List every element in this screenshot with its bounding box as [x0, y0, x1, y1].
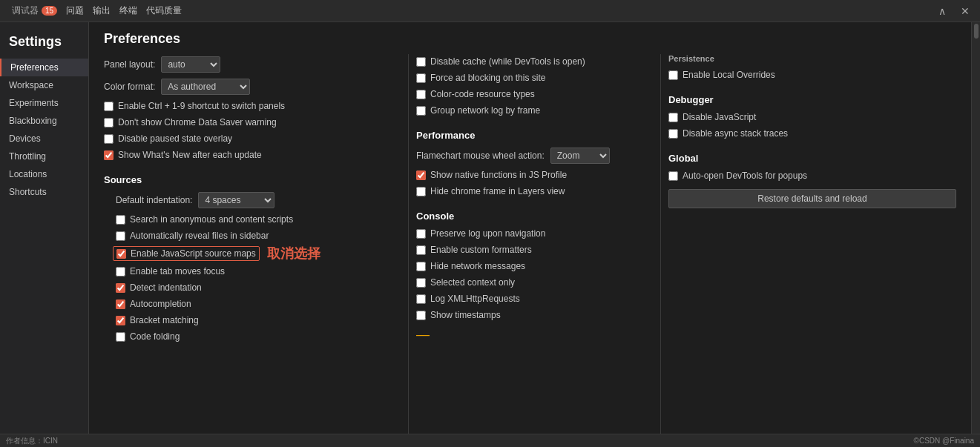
tab-label: 调试器	[12, 4, 39, 17]
checkbox-preservelog-label: Preserve log upon navigation	[430, 228, 545, 239]
checkbox-autocompletion[interactable]: Autocompletion	[104, 297, 386, 311]
checkbox-ctrl19[interactable]: Enable Ctrl + 1-9 shortcut to switch pan…	[104, 99, 386, 113]
checkbox-disablecache[interactable]: Disable cache (while DevTools is open)	[416, 54, 638, 69]
checkbox-bracketmatch-label: Bracket matching	[130, 315, 199, 325]
checkbox-nativefunctions-input[interactable]	[416, 170, 426, 180]
bottom-bar: 作者信息：ICIN ©CSDN @Finaina	[0, 434, 980, 447]
checkbox-groupnetwork-input[interactable]	[416, 106, 426, 116]
menu-output[interactable]: 输出	[93, 4, 111, 17]
console-header: Console	[416, 211, 638, 222]
restore-defaults-button[interactable]: Restore defaults and reload	[668, 189, 956, 208]
checkbox-localoverrides-input[interactable]	[668, 70, 678, 80]
checkbox-adblock[interactable]: Force ad blocking on this site	[416, 70, 638, 85]
checkbox-timestamps[interactable]: Show timestamps	[416, 308, 638, 322]
checkbox-timestamps-input[interactable]	[416, 311, 426, 320]
checkbox-disablejs-input[interactable]	[668, 113, 678, 122]
color-format-select[interactable]: As authored HEX RGB HSL	[161, 79, 250, 95]
checkbox-hidenetwork[interactable]: Hide network messages	[416, 259, 638, 274]
checkbox-adblock-label: Force ad blocking on this site	[430, 73, 545, 83]
checkbox-xmlhttp-label: Log XMLHttpRequests	[430, 294, 520, 304]
checkbox-adblock-input[interactable]	[416, 73, 426, 83]
checkbox-autoopendevtools-input[interactable]	[668, 171, 678, 181]
checkbox-preservelog[interactable]: Preserve log upon navigation	[416, 226, 638, 241]
checkbox-ctrl19-input[interactable]	[104, 102, 114, 111]
scrollbar[interactable]	[971, 22, 980, 447]
flamechart-select[interactable]: Zoom Scroll	[550, 148, 610, 164]
checkbox-bracketmatch-input[interactable]	[116, 316, 125, 325]
checkbox-colorcode[interactable]: Color-code resource types	[416, 87, 638, 102]
checkbox-disablecache-input[interactable]	[416, 57, 426, 67]
checkbox-chromelayers-input[interactable]	[416, 187, 426, 196]
checkbox-preservelog-input[interactable]	[416, 229, 426, 239]
checkbox-colorcode-input[interactable]	[416, 90, 426, 99]
checkbox-datasaver-input[interactable]	[104, 118, 114, 128]
menu-issues[interactable]: 问题	[66, 4, 84, 17]
checkbox-codefolding-input[interactable]	[116, 332, 125, 342]
sidebar-item-preferences[interactable]: Preferences	[0, 59, 88, 76]
checkbox-chromelayers-label: Hide chrome frame in Layers view	[430, 186, 565, 196]
checkbox-colorcode-label: Color-code resource types	[430, 89, 535, 99]
checkbox-detectindent[interactable]: Detect indentation	[104, 280, 386, 295]
checkbox-asyncstack[interactable]: Disable async stack traces	[668, 126, 956, 141]
sidebar-item-experiments[interactable]: Experiments	[0, 94, 88, 112]
checkbox-autoopendevtools-label: Auto-open DevTools for popups	[683, 170, 807, 181]
col1: Panel layout: auto Color format: As auth…	[104, 54, 386, 438]
checkbox-anon[interactable]: Search in anonymous and content scripts	[104, 212, 386, 227]
minimize-button[interactable]: ∧	[934, 4, 950, 19]
checkbox-selectedctx[interactable]: Selected context only	[416, 275, 638, 290]
checkbox-nativefunctions[interactable]: Show native functions in JS Profile	[416, 168, 638, 182]
panel-layout-select[interactable]: auto	[161, 56, 220, 73]
sidebar-item-devices[interactable]: Devices	[0, 130, 88, 148]
checkbox-localoverrides-label: Enable Local Overrides	[683, 70, 775, 80]
menu-bar: 问题 输出 终端 代码质量	[66, 4, 182, 17]
close-button[interactable]: ✕	[956, 4, 974, 19]
checkbox-pausedoverlay[interactable]: Disable paused state overlay	[104, 131, 386, 146]
sidebar-item-workspace[interactable]: Workspace	[0, 76, 88, 94]
default-indent-select[interactable]: 2 spaces 4 spaces 8 spaces Tab character	[198, 192, 274, 208]
title-bar-left: 调试器 15 问题 输出 终端 代码质量	[6, 4, 182, 17]
checkbox-disablejs[interactable]: Disable JavaScript	[668, 110, 956, 125]
checkbox-customformat-input[interactable]	[416, 245, 426, 255]
checkbox-pausedoverlay-input[interactable]	[104, 134, 114, 144]
menu-terminal[interactable]: 终端	[119, 4, 137, 17]
checkbox-xmlhttp-input[interactable]	[416, 294, 426, 304]
checkbox-customformat[interactable]: Enable custom formatters	[416, 242, 638, 257]
col2: Disable cache (while DevTools is open) F…	[408, 54, 638, 438]
checkbox-codefolding[interactable]: Code folding	[104, 329, 386, 344]
checkbox-revealfiles-input[interactable]	[116, 231, 125, 241]
checkbox-autocompletion-input[interactable]	[116, 299, 125, 309]
devtools-tab[interactable]: 调试器 15	[6, 4, 63, 17]
checkbox-autoopendevtools[interactable]: Auto-open DevTools for popups	[668, 168, 956, 183]
checkbox-chromelayers[interactable]: Hide chrome frame in Layers view	[416, 184, 638, 199]
checkbox-jssourcemaps-input[interactable]	[116, 249, 126, 259]
checkbox-whatsnew[interactable]: Show What's New after each update	[104, 148, 386, 162]
default-indent-row: Default indentation: 2 spaces 4 spaces 8…	[104, 190, 386, 211]
checkbox-tabmoves-input[interactable]	[116, 267, 125, 277]
sidebar-item-throttling[interactable]: Throttling	[0, 148, 88, 165]
panel-layout-label: Panel layout:	[104, 59, 155, 70]
checkbox-selectedctx-input[interactable]	[416, 278, 426, 288]
checkbox-datasaver[interactable]: Don't show Chrome Data Saver warning	[104, 115, 386, 130]
checkbox-anon-input[interactable]	[116, 215, 125, 225]
checkbox-groupnetwork[interactable]: Group network log by frame	[416, 103, 638, 118]
checkbox-localoverrides[interactable]: Enable Local Overrides	[668, 67, 956, 82]
flamechart-label: Flamechart mouse wheel action:	[416, 150, 545, 161]
content-area: Preferences Panel layout: auto Color for…	[89, 22, 971, 447]
checkbox-whatsnew-label: Show What's New after each update	[118, 150, 262, 160]
scrollbar-thumb	[974, 24, 979, 39]
checkbox-hidenetwork-input[interactable]	[416, 262, 426, 271]
sidebar-item-shortcuts[interactable]: Shortcuts	[0, 183, 88, 201]
checkbox-jssourcemaps[interactable]: Enable JavaScript source maps	[113, 246, 260, 261]
checkbox-tabmoves[interactable]: Enable tab moves focus	[104, 264, 386, 279]
checkbox-nativefunctions-label: Show native functions in JS Profile	[430, 170, 567, 180]
checkbox-xmlhttp[interactable]: Log XMLHttpRequests	[416, 291, 638, 306]
checkbox-whatsnew-input[interactable]	[104, 150, 114, 160]
checkbox-timestamps-label: Show timestamps	[430, 310, 501, 320]
menu-codequality[interactable]: 代码质量	[146, 4, 182, 17]
checkbox-detectindent-input[interactable]	[116, 283, 125, 293]
checkbox-asyncstack-input[interactable]	[668, 129, 678, 139]
checkbox-bracketmatch[interactable]: Bracket matching	[104, 313, 386, 328]
checkbox-revealfiles[interactable]: Automatically reveal files in sidebar	[104, 228, 386, 243]
sidebar-item-locations[interactable]: Locations	[0, 165, 88, 183]
sidebar-item-blackboxing[interactable]: Blackboxing	[0, 112, 88, 130]
